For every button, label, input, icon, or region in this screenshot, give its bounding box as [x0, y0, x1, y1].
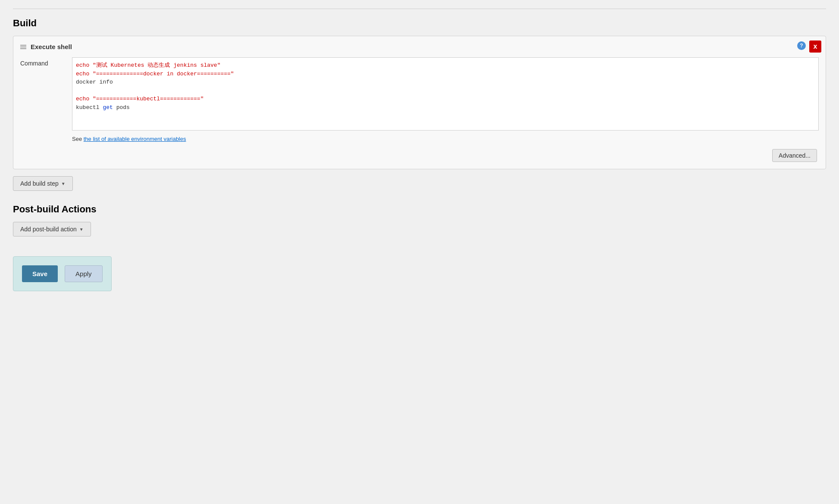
code-line-3: docker info: [76, 78, 815, 87]
code-line-2: echo "==============docker in docker====…: [76, 70, 815, 78]
see-environment-text: See the list of available environment va…: [72, 136, 819, 142]
dropdown-arrow-icon: ▼: [61, 181, 66, 186]
build-section: Build x ? Execute shell Co: [13, 18, 826, 191]
code-line-1: echo "测试 Kubernetes 动态生成 jenkins slave": [76, 61, 815, 70]
apply-button[interactable]: Apply: [65, 265, 103, 282]
close-icon: x: [814, 43, 817, 50]
execute-shell-title: Execute shell: [31, 43, 72, 50]
action-buttons-container: Save Apply: [13, 256, 112, 291]
code-line-6: kubectl get pods: [76, 103, 815, 112]
card-header: Execute shell: [20, 43, 819, 50]
add-build-step-button[interactable]: Add build step ▼: [13, 176, 73, 191]
save-button[interactable]: Save: [22, 265, 58, 282]
page-container: Build x ? Execute shell Co: [0, 0, 839, 504]
command-textarea[interactable]: echo "测试 Kubernetes 动态生成 jenkins slave" …: [72, 57, 819, 131]
top-divider: [13, 9, 826, 9]
drag-handle[interactable]: [20, 45, 26, 49]
advanced-btn-row: Advanced...: [20, 149, 819, 162]
code-line-5: echo "============kubectl============": [76, 95, 815, 103]
add-post-build-action-button[interactable]: Add post-build action ▼: [13, 222, 91, 236]
advanced-button[interactable]: Advanced...: [772, 149, 817, 162]
command-row: Command echo "测试 Kubernetes 动态生成 jenkins…: [20, 57, 819, 131]
code-line-4: [76, 87, 815, 95]
post-build-dropdown-arrow-icon: ▼: [79, 227, 84, 232]
close-button[interactable]: x: [809, 40, 821, 53]
build-section-title: Build: [13, 18, 826, 29]
execute-shell-card: x ? Execute shell Command echo "测试 Kuber: [13, 36, 826, 169]
command-label: Command: [20, 57, 72, 67]
help-icon[interactable]: ?: [797, 41, 806, 50]
post-build-section-title: Post-build Actions: [13, 204, 826, 215]
environment-variables-link[interactable]: the list of available environment variab…: [84, 136, 186, 142]
post-build-section: Post-build Actions Add post-build action…: [13, 204, 826, 236]
